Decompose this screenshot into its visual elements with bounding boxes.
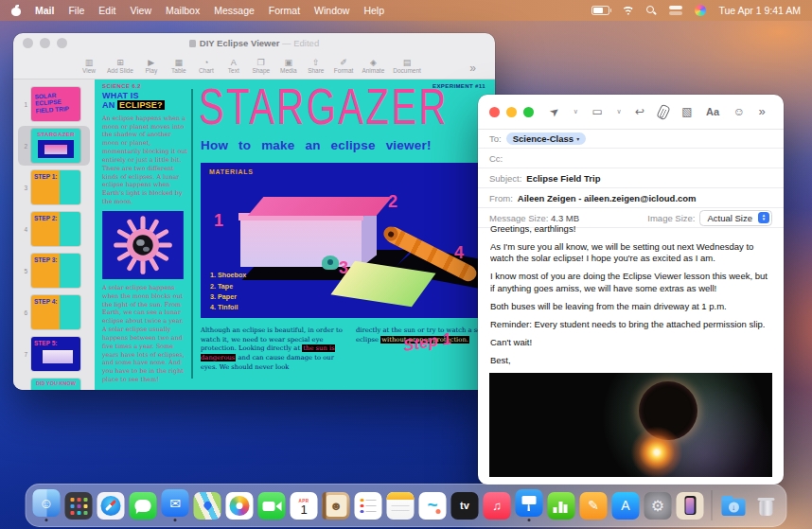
to-field[interactable]: To: Science-Class ▾ — [478, 129, 784, 149]
send-icon[interactable]: ➤ — [548, 104, 562, 119]
dock-notes[interactable] — [386, 492, 415, 520]
dock-reminders[interactable] — [354, 492, 383, 520]
menu-bar: MailFileEditViewMailboxMessageFormatWind… — [0, 0, 812, 21]
toolbar-button[interactable]: ▶ Play — [142, 58, 161, 75]
toolbar-button[interactable]: ◈ Animate — [362, 58, 384, 75]
dock-iphone-mirroring[interactable] — [676, 492, 705, 520]
slide-thumbnail-row[interactable]: 1 SOLAR ECLIPSE FIELD TRIP — [18, 84, 90, 124]
menu-bar-clock[interactable]: Tue Apr 1 9:41 AM — [718, 5, 801, 16]
toolbar-button[interactable]: ⊞ Add Slide — [107, 58, 133, 75]
toolbar-button[interactable]: ◔ Chart — [197, 58, 216, 75]
slide-heading: WHAT IS AN ECLIPSE? — [102, 92, 187, 111]
apple-menu-icon[interactable] — [11, 5, 21, 16]
mail-compose-window: ➤∨▭∨↩▧Aa☺» To: Science-Class ▾ Cc: Subje… — [478, 95, 784, 485]
dock-appstore[interactable]: A — [611, 492, 641, 520]
toolbar-overflow-chevron-icon[interactable]: » — [469, 62, 476, 75]
format-text-icon[interactable]: Aa — [706, 106, 719, 117]
toolbar-button[interactable]: ▥ View — [79, 58, 98, 75]
slide-thumbnail[interactable]: STEP 2: — [31, 212, 80, 246]
menu-item[interactable]: Format — [269, 5, 300, 16]
dock-tv[interactable]: tv — [450, 492, 480, 520]
siri-icon[interactable] — [695, 5, 706, 16]
slide-thumbnail[interactable]: STEP 1: — [31, 170, 80, 204]
running-indicator — [528, 519, 531, 521]
stepper-icon: ▲▼ — [758, 212, 769, 223]
close-button[interactable] — [489, 107, 500, 117]
toolbar-button[interactable]: A Text — [224, 58, 243, 75]
wifi-icon[interactable] — [622, 6, 634, 15]
toolbar-button[interactable]: ▦ Table — [169, 58, 188, 75]
toolbar-button[interactable]: ▣ Media — [279, 58, 298, 75]
insert-photo-icon[interactable]: ▧ — [681, 106, 692, 117]
slide-thumbnail-row[interactable]: 3 STEP 1: — [18, 168, 90, 207]
search-icon[interactable] — [646, 6, 657, 16]
dock-facetime[interactable] — [257, 492, 287, 520]
slide-thumbnail-row[interactable]: 8 DID YOU KNOW — [18, 376, 90, 390]
dock-messages[interactable] — [129, 492, 158, 520]
slide-thumbnail[interactable]: STARGAZER — [31, 129, 80, 163]
dock-settings[interactable]: ⚙ — [644, 492, 673, 520]
menu-item[interactable]: View — [130, 5, 151, 16]
dock-contacts[interactable]: ☻ — [322, 492, 351, 520]
dock-trash[interactable] — [751, 492, 781, 520]
menu-item[interactable]: Message — [214, 5, 255, 16]
dock-keynote[interactable] — [515, 489, 544, 521]
slide-thumbnail-row[interactable]: 2 STARGAZER — [18, 126, 90, 166]
dock-safari[interactable] — [97, 492, 126, 520]
slide-footer-column-1: Although an eclipse is beautiful, in ord… — [201, 326, 344, 372]
toolbar-button[interactable]: ✐ Format — [334, 58, 354, 75]
zoom-button[interactable] — [523, 107, 534, 117]
cc-field[interactable]: Cc: — [478, 149, 784, 168]
menu-item[interactable]: File — [68, 5, 84, 16]
menu-item[interactable]: Window — [314, 5, 349, 16]
header-fields-icon[interactable]: ▭ — [592, 106, 603, 117]
header-fields-chevron-icon[interactable]: ∨ — [616, 106, 621, 117]
dock-downloads[interactable]: ↓ — [719, 492, 749, 520]
slide-canvas[interactable]: SCIENCE 6.2 EXPERIMENT #11 WHAT IS AN EC… — [95, 79, 495, 390]
menu-item[interactable]: Mail — [35, 5, 54, 16]
slide-thumbnail-row[interactable]: 7 STEP 5: — [18, 334, 90, 374]
dock-photos[interactable] — [225, 492, 255, 520]
dock-finder[interactable]: ☺ — [32, 489, 62, 521]
running-indicator — [45, 519, 48, 521]
dock-calendar[interactable]: APR1 — [290, 492, 319, 520]
slide-thumbnail-row[interactable]: 4 STEP 2: — [18, 209, 90, 249]
dock-separator[interactable] — [708, 490, 716, 520]
eclipse-photo-attachment[interactable] — [489, 373, 772, 477]
slide-thumbnail[interactable]: DID YOU KNOW — [31, 379, 80, 390]
send-options-chevron-icon[interactable]: ∨ — [574, 106, 578, 117]
dock-freeform[interactable]: ~ — [418, 492, 448, 520]
menu-item[interactable]: Edit — [98, 5, 115, 16]
dock-mail[interactable]: ✉ — [161, 489, 190, 521]
dock-maps[interactable] — [193, 492, 222, 520]
message-body[interactable]: Greetings, earthlings!As I'm sure you al… — [490, 223, 774, 365]
from-value: Aileen Zeigen - aileen.zeigen@icloud.com — [518, 193, 697, 203]
minimize-button[interactable] — [506, 107, 517, 117]
from-field[interactable]: From: Aileen Zeigen - aileen.zeigen@iclo… — [478, 188, 784, 208]
dock-launchpad[interactable] — [64, 492, 94, 520]
dock-music[interactable]: ♫ — [483, 492, 512, 520]
recipient-token[interactable]: Science-Class ▾ — [506, 132, 586, 145]
attach-icon[interactable] — [656, 103, 670, 120]
slide-thumbnail[interactable]: STEP 4: — [31, 295, 80, 329]
toolbar-button[interactable]: ❐ Shape — [252, 58, 271, 75]
dock-pages[interactable]: ✎ — [579, 492, 609, 520]
toolbar-button[interactable]: ▤ Document — [393, 58, 421, 75]
reply-icon[interactable]: ↩ — [635, 106, 644, 117]
slide-thumbnail-row[interactable]: 5 STEP 3: — [18, 251, 90, 291]
menu-item[interactable]: Mailbox — [166, 5, 200, 16]
slide-thumbnail[interactable]: STEP 5: — [31, 337, 80, 371]
materials-list-item: 3. Paper — [210, 291, 246, 302]
emoji-icon[interactable]: ☺ — [733, 106, 745, 117]
dock-numbers[interactable] — [547, 492, 576, 520]
slide-thumbnail[interactable]: STEP 3: — [31, 254, 80, 288]
slide-thumbnail-row[interactable]: 6 STEP 4: — [18, 292, 90, 332]
document-icon — [189, 40, 196, 47]
toolbar-button[interactable]: ⇧ Share — [307, 58, 326, 75]
more-icon[interactable]: » — [758, 106, 765, 117]
menu-item[interactable]: Help — [363, 5, 384, 16]
control-center-icon[interactable] — [669, 6, 682, 15]
slide-thumbnail[interactable]: SOLAR ECLIPSE FIELD TRIP — [31, 87, 80, 121]
subject-field[interactable]: Subject: Eclipse Field Trip — [478, 168, 784, 188]
battery-icon[interactable] — [591, 6, 609, 15]
